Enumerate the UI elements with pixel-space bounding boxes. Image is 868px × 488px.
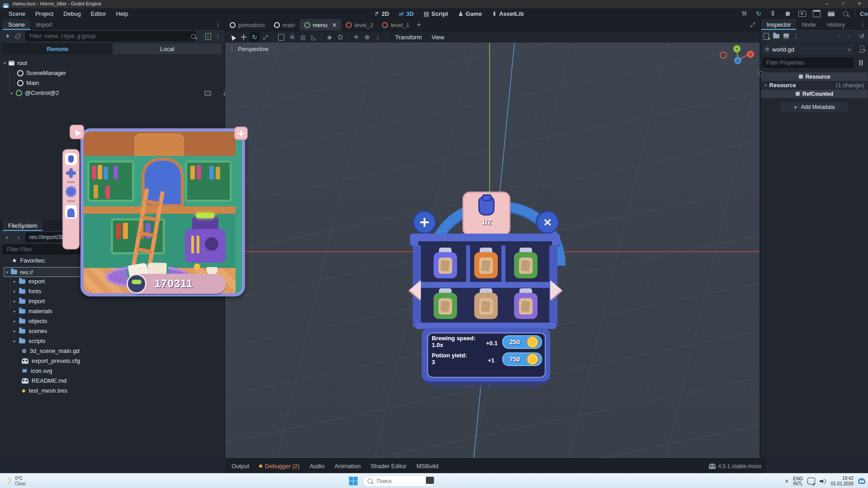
- menu-scene[interactable]: Scene: [4, 10, 30, 17]
- overlay-move-chip[interactable]: [234, 127, 248, 140]
- angle-icon[interactable]: ◺: [309, 32, 319, 42]
- weather-widget[interactable]: ☽ 0°C Clear: [5, 474, 26, 488]
- gizmo-box-icon[interactable]: ◈: [325, 32, 335, 42]
- add-node-button[interactable]: +: [3, 31, 13, 41]
- taskbar-search[interactable]: [363, 475, 431, 487]
- view-menu[interactable]: View: [427, 34, 449, 41]
- tab-import[interactable]: Import: [30, 19, 58, 30]
- stop-button[interactable]: [783, 9, 793, 19]
- save-resource-icon[interactable]: [781, 31, 791, 41]
- preview-settings-icon[interactable]: ⋮: [373, 32, 383, 42]
- nav-forward-icon[interactable]: ›: [14, 232, 24, 242]
- play-scene-button[interactable]: [797, 9, 807, 19]
- close-shop-button[interactable]: ×: [536, 211, 559, 234]
- language-indicator[interactable]: ENGINTL: [793, 476, 803, 486]
- grave-tab-button[interactable]: [65, 205, 77, 219]
- tree-node-root[interactable]: ▾ root: [4, 60, 27, 66]
- animation-button[interactable]: Animation: [335, 463, 361, 469]
- notepad-app-icon[interactable]: [424, 475, 436, 487]
- viewport-3d[interactable]: ⋮ Perspective Y Z X: [225, 42, 760, 458]
- nav-back-icon[interactable]: ‹: [2, 232, 12, 242]
- add-metadata-button[interactable]: + Add Metadata: [780, 102, 848, 112]
- menu-editor[interactable]: Editor: [86, 10, 111, 17]
- buy-upgrade-button[interactable]: 750: [502, 352, 542, 366]
- expand-icon[interactable]: ▸: [11, 90, 13, 95]
- start-button[interactable]: [349, 477, 358, 485]
- build-button[interactable]: ⚒: [739, 9, 749, 19]
- minimize-button[interactable]: –: [819, 0, 835, 7]
- node-groups-icon[interactable]: [204, 91, 211, 96]
- scene-tab-main[interactable]: main: [269, 19, 300, 31]
- workspace-2d[interactable]: ↱2D: [374, 10, 389, 17]
- clock[interactable]: 19:4201.01.2026: [831, 476, 854, 487]
- tree-node-scenemanager[interactable]: SceneManager: [17, 70, 66, 76]
- scale-tool-icon[interactable]: ⤢: [260, 32, 270, 42]
- view-mode-menu[interactable]: ⋮ Perspective: [229, 45, 269, 52]
- tree-node-main[interactable]: Main: [17, 80, 39, 86]
- movie-maker-button[interactable]: [826, 9, 836, 19]
- next-page-arrow[interactable]: [550, 280, 562, 300]
- file-row[interactable]: ⚙3d_scene_main.gd: [22, 347, 80, 354]
- lock-icon[interactable]: [287, 32, 297, 42]
- tab-history[interactable]: History: [821, 19, 850, 30]
- workspace-assetlib[interactable]: ⬇AssetLib: [492, 10, 524, 17]
- tab-filesystem[interactable]: FileSystem: [3, 220, 42, 231]
- audio-button[interactable]: Audio: [310, 463, 325, 469]
- expand-icon[interactable]: ▸: [765, 83, 767, 87]
- new-resource-icon[interactable]: +: [761, 31, 771, 41]
- speaker-icon[interactable]: [820, 479, 826, 484]
- open-docs-button[interactable]: DOC: [856, 43, 867, 55]
- tab-node[interactable]: Node: [796, 19, 821, 30]
- distraction-free-icon[interactable]: ⤢: [750, 21, 755, 28]
- edited-resource-row[interactable]: ⚙ world.gd ∨: [762, 44, 854, 54]
- menu-debug[interactable]: Debug: [58, 10, 85, 17]
- folder-row[interactable]: ▸objects: [14, 318, 47, 324]
- folder-row[interactable]: ▸fonts: [14, 288, 41, 295]
- load-resource-icon[interactable]: [771, 31, 781, 41]
- axis-gizmo[interactable]: Y Z X: [717, 44, 758, 79]
- dock-menu-icon[interactable]: ⋮: [215, 21, 221, 28]
- renderer-dropdown[interactable]: Compatibility∨: [860, 10, 868, 17]
- extra-filters-icon[interactable]: [856, 59, 865, 67]
- potion-item[interactable]: [514, 288, 538, 319]
- dock-menu-icon[interactable]: ⋮: [859, 21, 866, 28]
- folder-row[interactable]: ▸export: [14, 278, 45, 285]
- workspace-3d[interactable]: ⇄3D: [399, 10, 414, 17]
- attach-script-button[interactable]: +: [203, 31, 213, 41]
- debugger-button[interactable]: Debugger (2): [259, 463, 300, 469]
- history-back-icon[interactable]: ‹: [834, 31, 844, 41]
- folder-row[interactable]: ▸materials: [14, 308, 52, 314]
- restart-button[interactable]: ↻: [754, 9, 764, 19]
- msbuild-button[interactable]: MSBuild: [416, 463, 438, 469]
- shader-editor-button[interactable]: Shader Editor: [371, 463, 407, 469]
- object-history-icon[interactable]: ↺: [857, 31, 867, 41]
- potion-tab-button[interactable]: [65, 153, 77, 165]
- menu-help[interactable]: Help: [111, 10, 133, 17]
- group-icon[interactable]: ▦: [298, 32, 308, 42]
- rotate-tool-icon[interactable]: ↻: [250, 32, 259, 42]
- section-resource[interactable]: Resource: [761, 72, 868, 81]
- environment-icon[interactable]: ⊕: [362, 32, 372, 42]
- scene-tab-level2[interactable]: level_2: [341, 19, 377, 31]
- ruler-tool-icon[interactable]: [276, 32, 286, 42]
- menu-project[interactable]: Project: [30, 10, 58, 17]
- potion-item[interactable]: [514, 248, 538, 278]
- potion-item[interactable]: [434, 248, 457, 278]
- file-row[interactable]: icon.svg: [22, 367, 52, 374]
- hidden-icons-chevron[interactable]: ∧: [785, 478, 788, 484]
- folder-row[interactable]: ▸import: [14, 298, 45, 305]
- scene-tab-menu[interactable]: menu✕: [300, 19, 341, 31]
- potion-item[interactable]: [474, 288, 498, 319]
- potion-item[interactable]: [474, 248, 498, 278]
- transform-menu[interactable]: Transform: [391, 34, 426, 41]
- section-refcounted[interactable]: RefCounted: [761, 89, 868, 98]
- upgrade-tab-button[interactable]: [66, 168, 76, 178]
- settings-tab-button[interactable]: [66, 186, 76, 197]
- move-tool-icon[interactable]: [239, 32, 249, 42]
- potion-item[interactable]: [434, 288, 457, 319]
- tree-node-control[interactable]: ▸ @Control@2: [11, 89, 59, 96]
- close-tab-icon[interactable]: ✕: [332, 22, 337, 28]
- profiler-icon[interactable]: [840, 9, 850, 19]
- scene-tree-menu-icon[interactable]: ⋮: [213, 31, 223, 41]
- pause-button[interactable]: ‖: [768, 9, 778, 19]
